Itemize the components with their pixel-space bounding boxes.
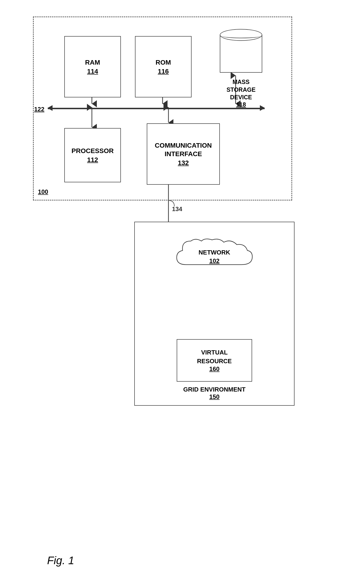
system-box: RAM 114 ROM 116 MASSSTORAGEDEVICE 118 PR…: [33, 17, 292, 200]
bus-label: 122: [34, 106, 44, 113]
system-label: 100: [38, 188, 48, 195]
network-cloud: NETWORK 102: [172, 236, 257, 279]
rom-number: 116: [158, 68, 169, 75]
ram-number: 114: [87, 68, 98, 75]
network-label: NETWORK 102: [193, 248, 236, 265]
grid-environment-label: GRID ENVIRONMENT 150: [183, 386, 246, 401]
mass-storage-number: 118: [215, 101, 267, 108]
comm-label: COMMUNICATIONINTERFACE: [155, 141, 212, 159]
comm-number: 132: [178, 159, 189, 167]
comm-interface-component: COMMUNICATIONINTERFACE 132: [147, 123, 220, 185]
grid-environment-box: NETWORK 102 VIRTUALRESOURCE 160 GRID ENV…: [134, 222, 294, 406]
svg-text:134: 134: [172, 205, 182, 213]
virtual-resource-component: VIRTUALRESOURCE 160: [177, 339, 252, 382]
mass-storage-label: MASSSTORAGEDEVICE: [215, 78, 267, 101]
cylinder-shape: [220, 29, 262, 76]
processor-label: PROCESSOR: [72, 147, 114, 155]
processor-component: PROCESSOR 112: [64, 128, 121, 182]
figure-caption: Fig. 1: [47, 554, 74, 567]
rom-component: ROM 116: [135, 36, 192, 97]
rom-label: ROM: [156, 58, 171, 67]
virtual-resource-label: VIRTUALRESOURCE: [197, 348, 232, 365]
processor-number: 112: [87, 156, 98, 164]
mass-storage-component: MASSSTORAGEDEVICE 118: [215, 29, 267, 108]
ram-component: RAM 114: [64, 36, 121, 97]
virtual-resource-number: 160: [209, 365, 219, 373]
ram-label: RAM: [85, 58, 100, 67]
